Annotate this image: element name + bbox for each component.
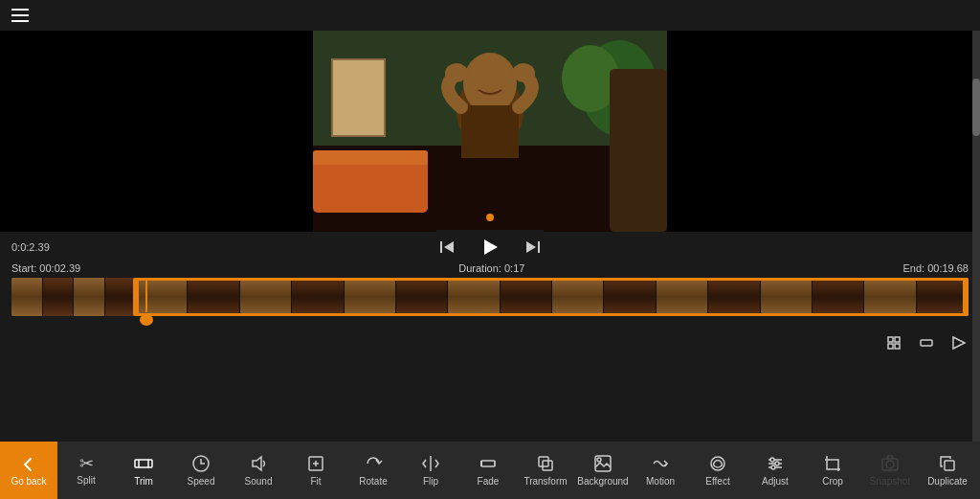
snapshot-icon <box>880 454 900 473</box>
svg-marker-21 <box>526 241 536 253</box>
svg-rect-12 <box>461 105 519 158</box>
svg-rect-9 <box>313 150 428 165</box>
svg-point-49 <box>775 462 779 465</box>
zoom-out-button[interactable] <box>913 329 940 356</box>
svg-rect-41 <box>543 461 552 470</box>
svg-point-50 <box>771 465 775 469</box>
play-button[interactable] <box>479 236 501 259</box>
sound-label: Sound <box>245 476 273 487</box>
rotate-tool[interactable]: Rotate <box>345 442 402 499</box>
adjust-icon <box>766 454 785 473</box>
trim-icon <box>134 454 153 473</box>
skip-back-button[interactable] <box>436 236 459 259</box>
end-label: End: 00:19.68 <box>902 262 969 274</box>
svg-rect-28 <box>135 460 152 467</box>
flip-label: Flip <box>423 476 438 487</box>
fit-icon <box>306 454 325 473</box>
time-display: 0:0:2.39 <box>11 241 50 253</box>
motion-label: Motion <box>646 476 675 487</box>
svg-rect-40 <box>539 457 548 466</box>
transform-tool[interactable]: Transform <box>517 442 574 499</box>
timeline-track[interactable] <box>11 278 969 326</box>
rotate-icon <box>364 454 383 473</box>
transform-label: Transform <box>523 476 567 487</box>
flip-tool[interactable]: Flip <box>402 442 459 499</box>
fade-tool[interactable]: Fade <box>459 442 517 499</box>
go-back-button[interactable]: Go back <box>0 442 57 499</box>
svg-rect-24 <box>888 344 893 349</box>
right-scrollbar[interactable] <box>972 31 980 442</box>
top-bar <box>0 0 980 31</box>
start-label: Start: 00:02.39 <box>11 262 80 274</box>
hamburger-menu[interactable] <box>11 9 29 22</box>
svg-rect-23 <box>895 337 900 342</box>
zoom-in-button[interactable] <box>946 329 972 356</box>
split-tool[interactable]: ✂ Split <box>57 442 115 499</box>
sound-icon <box>249 454 268 473</box>
snapshot-label: Snapshot <box>870 476 910 487</box>
flip-icon <box>421 454 440 473</box>
scrollbar-thumb <box>972 79 980 136</box>
video-thumbnail <box>313 31 667 232</box>
speed-tool[interactable]: Speed <box>172 442 230 499</box>
effect-label: Effect <box>705 476 729 487</box>
fit-zoom-button[interactable] <box>880 329 907 356</box>
trim-handle-right[interactable] <box>963 278 969 316</box>
playhead <box>145 278 147 326</box>
transform-icon <box>536 454 555 473</box>
bottom-toolbar: Go back ✂ Split Trim Speed <box>0 442 980 499</box>
svg-point-11 <box>463 53 517 114</box>
controls-row: 0:0:2.39 <box>0 232 980 262</box>
svg-point-16 <box>486 214 494 221</box>
crop-label: Crop <box>822 476 843 487</box>
speed-icon <box>191 454 211 473</box>
delete-tool[interactable]: Delete <box>976 442 980 499</box>
split-label: Split <box>77 475 95 486</box>
zoom-controls <box>0 326 980 360</box>
track-background <box>11 278 969 316</box>
fade-label: Fade <box>478 476 500 487</box>
skip-forward-button[interactable] <box>521 236 544 259</box>
sound-tool[interactable]: Sound <box>230 442 287 499</box>
duplicate-icon <box>938 454 957 473</box>
svg-rect-26 <box>921 340 932 346</box>
fit-tool[interactable]: Fit <box>287 442 345 499</box>
svg-point-52 <box>886 461 894 468</box>
svg-marker-19 <box>484 239 498 255</box>
playback-controls <box>436 230 544 264</box>
duplicate-label: Duplicate <box>927 476 968 487</box>
crop-icon <box>823 454 842 473</box>
svg-point-43 <box>597 458 601 462</box>
background-icon <box>593 454 612 473</box>
crop-tool[interactable]: Crop <box>804 442 861 499</box>
preview-area: 0:0:2.39 <box>0 31 980 499</box>
split-icon: ✂ <box>79 455 94 472</box>
adjust-tool[interactable]: Adjust <box>746 442 804 499</box>
background-tool[interactable]: Background <box>574 442 632 499</box>
svg-point-13 <box>445 63 468 82</box>
svg-rect-15 <box>610 69 667 232</box>
adjust-label: Adjust <box>762 476 789 487</box>
trim-label: Trim <box>134 476 153 487</box>
svg-rect-17 <box>440 241 442 253</box>
fit-label: Fit <box>310 476 321 487</box>
svg-rect-3 <box>332 59 385 136</box>
fade-icon <box>479 454 498 473</box>
background-label: Background <box>577 476 628 487</box>
main-area: 0:0:2.39 <box>0 31 980 499</box>
effect-icon <box>708 454 727 473</box>
motion-tool[interactable]: Motion <box>632 442 689 499</box>
svg-rect-37 <box>481 461 495 466</box>
svg-marker-32 <box>253 457 261 470</box>
duplicate-tool[interactable]: Duplicate <box>919 442 976 499</box>
svg-point-14 <box>512 63 535 82</box>
effect-tool[interactable]: Effect <box>689 442 746 499</box>
motion-icon <box>651 454 670 473</box>
speed-label: Speed <box>188 476 215 487</box>
svg-point-48 <box>770 458 774 462</box>
trim-handle-left[interactable] <box>133 278 139 316</box>
svg-rect-20 <box>538 241 540 253</box>
trim-tool[interactable]: Trim <box>115 442 172 499</box>
svg-rect-22 <box>888 337 893 342</box>
rotate-label: Rotate <box>359 476 387 487</box>
